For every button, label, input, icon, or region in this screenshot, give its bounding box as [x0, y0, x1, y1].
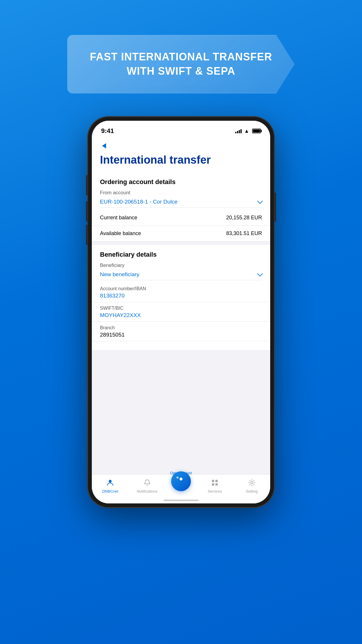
chevron-down-icon [257, 198, 263, 204]
from-account-value: EUR-100-206518-1 - Cor Dulce [100, 199, 178, 205]
status-bar: 9:41 ▲ [92, 121, 270, 138]
beneficiary-section-header: Beneficiary details [92, 245, 270, 260]
svg-rect-2 [176, 476, 179, 479]
beneficiary-section: Beneficiary details Beneficiary New bene… [92, 245, 270, 350]
back-button[interactable] [99, 141, 109, 151]
svg-point-0 [109, 480, 112, 483]
page-title-area: International transfer [92, 153, 270, 172]
beneficiary-row: Beneficiary New beneficiary [92, 260, 270, 283]
svg-rect-1 [179, 477, 183, 481]
branch-label: Branch [100, 325, 262, 330]
home-indicator [164, 500, 198, 501]
svg-rect-5 [212, 483, 214, 486]
scroll-content[interactable]: Ordering account details From account EU… [92, 172, 270, 480]
person-icon [105, 477, 115, 488]
beneficiary-chevron-icon [257, 271, 263, 276]
banner: FAST INTERNATIONAL TRANSFER WITH SWIFT &… [67, 35, 295, 93]
bottom-nav: DNBCnet Notifications [92, 474, 270, 503]
current-balance-value: 20,155.28 EUR [226, 215, 262, 221]
nav-item-dnbcnet[interactable]: DNBCnet [96, 477, 125, 494]
page-title: International transfer [100, 154, 262, 167]
svg-rect-4 [215, 480, 218, 482]
beneficiary-dropdown[interactable]: New beneficiary [100, 270, 262, 280]
nav-item-services[interactable]: Services [200, 477, 229, 494]
battery-icon [252, 129, 261, 133]
account-iban-value: 81363270 [100, 293, 262, 302]
back-chevron-icon [102, 143, 106, 148]
fab-logo-icon [176, 476, 186, 487]
phone-mockup: 9:41 ▲ [88, 117, 274, 508]
nav-item-notifications[interactable]: Notifications [133, 477, 162, 494]
from-account-row: From account EUR-100-206518-1 - Cor Dulc… [92, 188, 270, 210]
from-account-dropdown[interactable]: EUR-100-206518-1 - Cor Dulce [100, 197, 262, 208]
beneficiary-value: New beneficiary [100, 271, 139, 278]
available-balance-currency: EUR [249, 230, 262, 236]
available-balance-value: 83,301.51 EUR [226, 230, 262, 237]
ordering-section-header: Ordering account details [92, 172, 270, 188]
signal-icon [235, 129, 242, 133]
banner-text: FAST INTERNATIONAL TRANSFER WITH SWIFT &… [72, 50, 290, 78]
back-area [92, 138, 270, 153]
available-balance-label: Available balance [100, 230, 141, 237]
branch-value: 28915051 [100, 332, 262, 341]
account-iban-row[interactable]: Account number/IBAN 81363270 [92, 283, 270, 302]
services-icon [210, 477, 220, 488]
nav-label-notifications: Notifications [137, 489, 157, 494]
swift-bic-value: MOYHAY22XXX [100, 312, 262, 321]
svg-rect-6 [215, 483, 218, 486]
nav-label-setting: Setting [246, 489, 258, 494]
from-account-label: From account [100, 190, 262, 196]
status-time: 9:41 [101, 127, 114, 135]
phone-screen: 9:41 ▲ [92, 121, 270, 503]
available-balance-row: Available balance 83,301.51 EUR [92, 226, 270, 242]
open-account-fab[interactable] [171, 471, 191, 491]
swift-bic-row[interactable]: SWIFT/BIC MOYHAY22XXX [92, 302, 270, 322]
bell-icon [142, 477, 152, 488]
svg-rect-3 [212, 480, 214, 482]
current-balance-row: Current balance 20,155.28 EUR [92, 210, 270, 226]
swift-bic-label: SWIFT/BIC [100, 306, 262, 311]
nav-item-setting[interactable]: Setting [237, 477, 266, 494]
current-balance-currency: EUR [249, 215, 262, 220]
status-icons: ▲ [235, 128, 261, 134]
settings-icon [247, 477, 257, 488]
account-iban-label: Account number/IBAN [100, 286, 262, 291]
wifi-icon: ▲ [244, 128, 249, 134]
ordering-section: Ordering account details From account EU… [92, 172, 270, 242]
nav-label-services: Services [208, 489, 222, 494]
svg-point-7 [251, 482, 253, 484]
branch-row[interactable]: Branch 28915051 [92, 322, 270, 341]
beneficiary-label: Beneficiary [100, 262, 262, 268]
current-balance-label: Current balance [100, 215, 137, 221]
nav-label-dnbcnet: DNBCnet [102, 489, 118, 494]
